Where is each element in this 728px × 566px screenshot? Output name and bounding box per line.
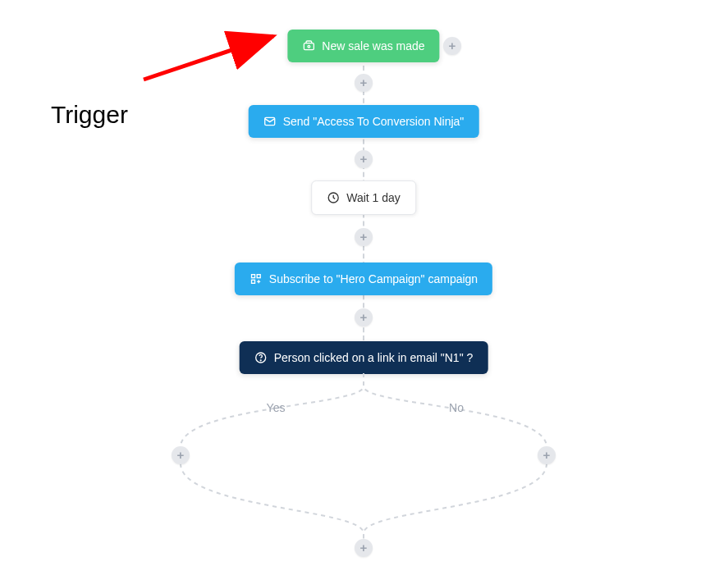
annotation-arrow [135, 26, 283, 88]
wait-label: Wait 1 day [346, 191, 401, 204]
add-step-button[interactable]: + [355, 74, 373, 92]
add-step-button[interactable]: + [355, 228, 373, 246]
subscribe-label: Subscribe to "Hero Campaign" campaign [269, 272, 478, 285]
add-branch-step-button[interactable]: + [538, 446, 556, 464]
svg-point-3 [308, 45, 310, 48]
send-email-node[interactable]: Send "Access To Conversion Ninja" [249, 105, 479, 138]
add-step-button[interactable]: + [355, 150, 373, 168]
trigger-label: New sale was made [322, 39, 424, 52]
branch-no-label: No [449, 401, 464, 414]
svg-rect-7 [257, 275, 260, 278]
svg-line-1 [144, 36, 273, 80]
sale-icon [302, 39, 315, 52]
campaign-icon [250, 272, 263, 285]
condition-node[interactable]: Person clicked on a link in email "N1" ? [240, 341, 488, 374]
svg-rect-6 [252, 275, 255, 278]
add-branch-step-button[interactable]: + [172, 446, 190, 464]
automation-canvas: Trigger New sale was made + + Send "Acce… [0, 0, 728, 566]
svg-rect-2 [304, 43, 314, 50]
trigger-node[interactable]: New sale was made [287, 30, 439, 62]
condition-label: Person clicked on a link in email "N1" ? [274, 351, 474, 364]
annotation-label: Trigger [51, 101, 128, 129]
question-icon [254, 351, 268, 364]
wait-node[interactable]: Wait 1 day [311, 180, 416, 215]
svg-point-10 [260, 360, 261, 361]
send-email-label: Send "Access To Conversion Ninja" [283, 115, 465, 128]
envelope-icon [263, 115, 277, 128]
clock-icon [327, 191, 340, 204]
add-step-button[interactable]: + [355, 308, 373, 326]
subscribe-node[interactable]: Subscribe to "Hero Campaign" campaign [235, 262, 492, 295]
svg-rect-8 [252, 280, 255, 283]
add-sibling-button[interactable]: + [443, 37, 461, 55]
branch-split [160, 373, 567, 554]
add-step-button[interactable]: + [355, 539, 373, 557]
branch-yes-label: Yes [267, 401, 286, 414]
